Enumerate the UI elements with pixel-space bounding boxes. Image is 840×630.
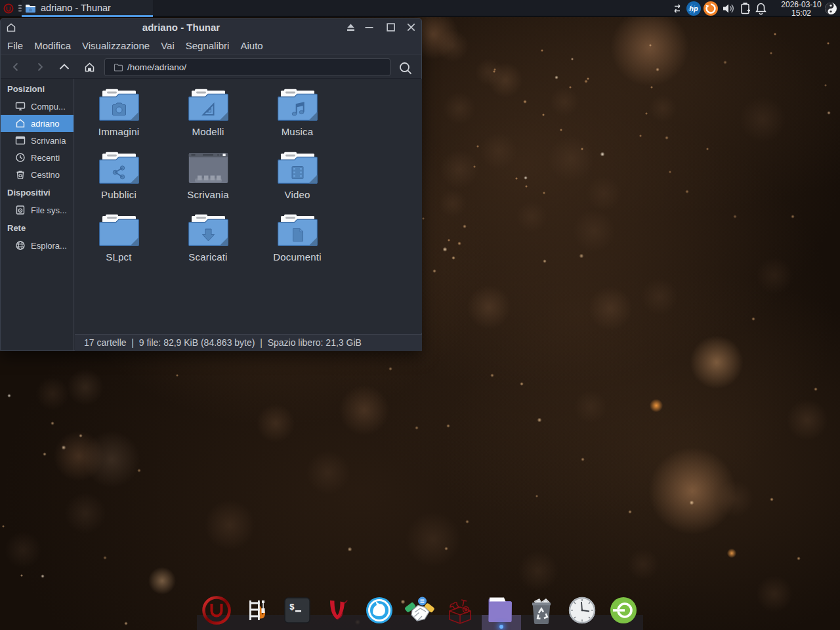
svg-text:$: $	[289, 602, 295, 612]
svg-text:hp: hp	[689, 5, 698, 12]
